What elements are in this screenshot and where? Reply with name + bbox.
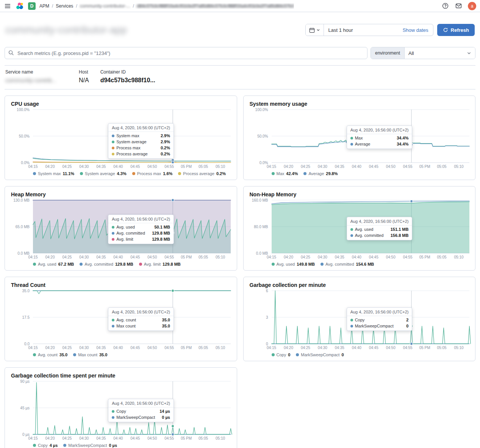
legend-item-avg-limit[interactable]: Avg. limit129.8 MB	[139, 262, 181, 266]
chart-panel-system-memory-usage: System memory usage100.0%50.0%0.0%Aug 4,…	[243, 96, 476, 180]
x-axis: 04:1504:2004:2504:3004:3504:4004:4504:50…	[272, 254, 469, 260]
tooltip-title: Aug 4, 2020, 16:56:00 (UTC+2)	[108, 124, 174, 132]
legend-label: Avg. used	[277, 262, 295, 266]
legend-dot-icon	[272, 172, 275, 175]
chart-plot[interactable]: Aug 4, 2020, 16:56:00 (UTC+2)Avg. used50…	[33, 200, 231, 253]
series-dot-icon	[350, 137, 353, 139]
time-range-value[interactable]: Last 1 hour	[328, 27, 353, 33]
legend-item-avg-committed[interactable]: Avg. committed129.8 MB	[80, 262, 133, 266]
x-axis-label: 04:30	[318, 164, 327, 169]
chevron-down-icon	[467, 51, 471, 55]
chart-body: 630Aug 4, 2020, 16:56:00 (UTC+2)Copy2Mar…	[250, 291, 469, 344]
x-axis-label: 04:25	[301, 255, 310, 259]
chart-plot[interactable]: Aug 4, 2020, 16:56:00 (UTC+2)Copy14 µsMa…	[33, 381, 231, 434]
breadcrumb-apm[interactable]: APM	[39, 3, 49, 9]
environment-select[interactable]: All	[405, 47, 475, 59]
x-axis-label: 04:55	[164, 255, 174, 259]
legend-item-copy[interactable]: Copy0	[272, 352, 291, 357]
environment-filter-label: environment	[371, 47, 405, 59]
x-axis-label: 04:40	[113, 164, 123, 169]
elastic-logo[interactable]	[15, 2, 24, 11]
x-axis-label: 05:10	[216, 255, 225, 259]
tooltip-title: Aug 4, 2020, 16:56:00 (UTC+2)	[108, 308, 174, 316]
x-axis-label: 04:55	[164, 436, 174, 440]
x-axis-label: 04:40	[352, 255, 361, 259]
chart-panel-thread-count: Thread Count35.017.50.0Aug 4, 2020, 16:5…	[5, 277, 237, 361]
tooltip-value: 156.8 MB	[391, 233, 409, 238]
x-axis-label: 04:35	[96, 164, 106, 169]
tooltip-row: Process max0.2%	[108, 145, 174, 151]
x-axis-label: 04:50	[386, 255, 396, 259]
x-axis-label: 04:45	[369, 346, 378, 350]
y-axis: 90 µs45 µs0 µs	[11, 381, 33, 434]
y-axis-label: 0.0%	[260, 161, 268, 165]
legend-value: 35.0	[99, 352, 107, 357]
legend-item-marksweepcompact[interactable]: MarkSweepCompact0	[296, 352, 344, 357]
x-axis-label: 04:35	[96, 346, 106, 350]
chart-plot[interactable]: Aug 4, 2020, 16:56:00 (UTC+2)Copy2MarkSw…	[272, 291, 469, 344]
space-badge[interactable]: D	[28, 2, 36, 10]
legend-item-avg-committed[interactable]: Avg. committed154.6 MB	[321, 262, 374, 266]
legend-item-process-max[interactable]: Process max1.6%	[132, 171, 173, 176]
user-avatar[interactable]: a	[468, 2, 476, 10]
x-axis-label: 04:15	[28, 436, 38, 440]
legend-item-avg-used[interactable]: Avg. used149.8 MB	[272, 262, 315, 266]
x-axis-label: 04:20	[45, 436, 55, 440]
chart-plot[interactable]: Aug 4, 2020, 16:56:00 (UTC+2)System max2…	[33, 110, 231, 163]
legend-item-system-max[interactable]: System max11.1%	[33, 171, 74, 176]
y-axis-label: 160.0 MB	[252, 198, 268, 202]
breadcrumb-service-name[interactable]: community-contributor-...	[80, 3, 130, 9]
x-axis-label: 05 PM	[181, 164, 192, 169]
breadcrumb-trace-id: d84c57b3c988f10a4c91b3e2f7a65d84c57b3c98…	[137, 3, 294, 9]
search-input[interactable]	[5, 47, 367, 59]
tooltip-row: MarkSweepCompact0 µs	[108, 414, 174, 420]
x-axis-label: 04:20	[284, 255, 293, 259]
chart-plot[interactable]: Aug 4, 2020, 16:56:00 (UTC+2)Avg. used15…	[272, 200, 469, 253]
y-axis-label: 130.0 MB	[13, 198, 30, 202]
legend-item-marksweepcompact[interactable]: MarkSweepCompact0 µs	[63, 443, 117, 448]
calendar-dropdown-button[interactable]	[306, 24, 324, 36]
refresh-icon	[443, 27, 448, 33]
x-axis: 04:1504:2004:2504:3004:3504:4004:4504:50…	[33, 163, 231, 169]
legend-item-avg-used[interactable]: Avg. used67.2 MB	[33, 262, 74, 266]
x-axis-label: 05:05	[437, 164, 447, 169]
chart-body: 35.017.50.0Aug 4, 2020, 16:56:00 (UTC+2)…	[11, 291, 231, 344]
tooltip-label: Max count	[112, 324, 136, 328]
legend-value: 67.2 MB	[58, 262, 74, 266]
legend-item-copy[interactable]: Copy4 µs	[33, 443, 58, 448]
service-name-label: Service name	[5, 69, 67, 75]
tooltip-label: Copy	[112, 409, 126, 414]
legend-item-max-count[interactable]: Max count35.0	[73, 352, 107, 357]
legend-item-process-average[interactable]: Process average0.2%	[178, 171, 226, 176]
breadcrumb-services[interactable]: Services	[56, 3, 73, 9]
tooltip-row: Max count35.0	[108, 323, 174, 329]
legend-label: Average	[308, 171, 324, 176]
chart-plot[interactable]: Aug 4, 2020, 16:56:00 (UTC+2)Avg. count3…	[33, 291, 231, 344]
legend-item-system-average[interactable]: System average4.3%	[80, 171, 127, 176]
tooltip-value: 0	[406, 324, 408, 328]
legend-item-max[interactable]: Max42.4%	[272, 171, 298, 176]
x-axis-label: 05:10	[454, 164, 464, 169]
tooltip-label: Max	[350, 136, 363, 140]
newsfeed-icon[interactable]	[455, 2, 463, 10]
y-axis-label: 0.0%	[21, 161, 30, 165]
tooltip-label: Copy	[350, 318, 365, 322]
x-axis-label: 04:30	[318, 255, 327, 259]
series-dot-icon	[112, 325, 114, 327]
menu-icon[interactable]	[4, 2, 11, 10]
refresh-button[interactable]: Refresh	[437, 24, 475, 36]
show-dates-link[interactable]: Show dates	[403, 27, 428, 33]
service-name-value: community-contrib...	[5, 77, 67, 83]
legend-dot-icon	[139, 263, 142, 266]
legend-item-avg-count[interactable]: Avg. count35.0	[33, 352, 67, 357]
chart-title: Thread Count	[11, 282, 231, 288]
x-axis-label: 04:50	[147, 164, 157, 169]
legend-item-average[interactable]: Average29.8%	[303, 171, 338, 176]
chart-title: Garbage collection time spent per minute	[11, 372, 231, 379]
help-icon[interactable]	[441, 2, 449, 10]
x-axis-label: 04:45	[130, 164, 140, 169]
tooltip-value: 14 µs	[159, 409, 170, 414]
legend-value: 11.1%	[63, 171, 75, 176]
legend-label: Max count	[78, 352, 97, 357]
chart-plot[interactable]: Aug 4, 2020, 16:56:00 (UTC+2)Max34.4%Ave…	[272, 110, 469, 163]
